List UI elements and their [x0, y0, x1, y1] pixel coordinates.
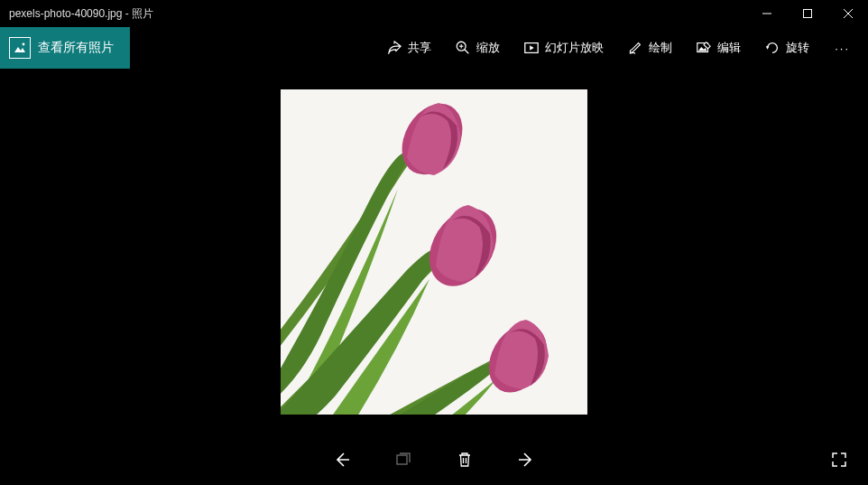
bottom-bar — [0, 434, 868, 485]
svg-point-5 — [23, 43, 25, 46]
collection-icon — [394, 451, 412, 469]
window-title: pexels-photo-40090.jpg - 照片 — [9, 6, 746, 22]
more-icon: ··· — [835, 42, 850, 55]
photo-image[interactable] — [281, 89, 587, 415]
window-controls — [746, 0, 868, 27]
more-button[interactable]: ··· — [824, 36, 861, 61]
draw-icon — [627, 40, 643, 56]
edit-label: 编辑 — [717, 40, 741, 56]
svg-marker-4 — [14, 47, 25, 52]
view-all-label: 查看所有照片 — [38, 40, 114, 56]
minimize-button[interactable] — [746, 0, 787, 27]
titlebar: pexels-photo-40090.jpg - 照片 — [0, 0, 868, 27]
edit-icon — [696, 40, 712, 56]
photo-viewer — [0, 69, 868, 434]
rotate-icon — [764, 40, 780, 56]
zoom-label: 缩放 — [476, 40, 500, 56]
draw-label: 绘制 — [649, 40, 672, 56]
rotate-label: 旋转 — [786, 40, 809, 56]
edit-button[interactable]: 编辑 — [687, 34, 750, 61]
collection-button[interactable] — [392, 449, 414, 471]
svg-rect-19 — [397, 455, 407, 464]
toolbar: 查看所有照片 共享 缩放 幻灯片放映 绘制 编辑 旋转 ··· — [0, 27, 868, 69]
close-button[interactable] — [827, 0, 868, 27]
slideshow-icon — [523, 40, 540, 56]
view-all-photos-button[interactable]: 查看所有照片 — [0, 27, 130, 69]
maximize-button[interactable] — [787, 0, 827, 27]
trash-icon — [456, 451, 474, 469]
rotate-button[interactable]: 旋转 — [755, 34, 818, 61]
photo-icon — [9, 37, 31, 59]
share-icon — [386, 40, 402, 56]
fullscreen-button[interactable] — [828, 449, 850, 471]
svg-line-7 — [465, 50, 469, 54]
maximize-icon — [803, 9, 812, 18]
next-button[interactable] — [515, 449, 537, 471]
previous-button[interactable] — [331, 449, 353, 471]
svg-marker-11 — [530, 45, 534, 50]
slideshow-button[interactable]: 幻灯片放映 — [514, 34, 613, 61]
minimize-icon — [762, 9, 771, 18]
svg-marker-13 — [698, 47, 707, 51]
zoom-button[interactable]: 缩放 — [446, 34, 509, 61]
slideshow-label: 幻灯片放映 — [545, 40, 604, 56]
share-label: 共享 — [408, 40, 431, 56]
fullscreen-icon — [831, 452, 847, 468]
arrow-right-icon — [517, 451, 535, 469]
close-icon — [844, 9, 853, 18]
svg-marker-14 — [766, 46, 770, 50]
bottom-controls — [331, 449, 537, 471]
toolbar-actions: 共享 缩放 幻灯片放映 绘制 编辑 旋转 ··· — [377, 34, 868, 61]
draw-button[interactable]: 绘制 — [618, 34, 681, 61]
svg-rect-1 — [803, 10, 811, 18]
zoom-icon — [455, 40, 471, 56]
delete-button[interactable] — [454, 449, 476, 471]
arrow-left-icon — [333, 451, 351, 469]
share-button[interactable]: 共享 — [377, 34, 440, 61]
